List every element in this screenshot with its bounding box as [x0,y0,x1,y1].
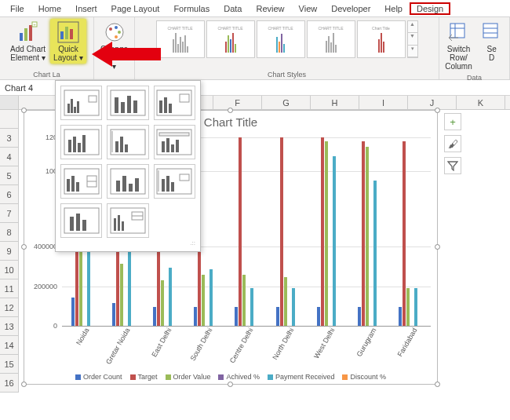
chart-filter-button[interactable] [444,157,461,174]
bar[interactable] [209,269,213,326]
bar[interactable] [250,288,253,326]
layout-option-8[interactable] [107,164,148,199]
layout-option-11[interactable] [107,203,148,238]
bar[interactable] [284,277,287,326]
col-header[interactable]: J [408,96,457,109]
layout-option-2[interactable] [107,86,148,120]
bar[interactable] [71,298,75,326]
legend-item[interactable]: Achived % [218,373,260,381]
tab-home[interactable]: Home [31,2,68,15]
row-header[interactable]: 15 [0,355,19,374]
col-header[interactable]: G [262,96,311,109]
bar[interactable] [112,303,115,326]
tab-page-layout[interactable]: Page Layout [104,2,167,15]
row-header[interactable]: 8 [0,223,19,242]
bar[interactable] [169,268,172,326]
dropdown-resize-grip[interactable]: .:: [60,238,195,247]
col-header[interactable]: I [359,96,408,109]
bar[interactable] [414,288,417,326]
bar[interactable] [202,275,205,326]
styles-scroll[interactable]: ▲▼▾ [407,20,418,58]
resize-handle[interactable] [21,382,27,387]
row-header[interactable]: 6 [0,185,19,204]
row-header[interactable]: 10 [0,261,19,279]
layout-option-10[interactable] [60,203,102,238]
tab-developer[interactable]: Developer [324,2,377,15]
select-all-corner[interactable] [0,96,19,109]
col-header[interactable]: K [457,96,505,109]
row-header[interactable]: 7 [0,204,19,223]
switch-row-column-button[interactable]: Switch Row/ Column [442,19,475,72]
row-header[interactable]: 5 [0,166,19,185]
bar[interactable] [399,307,402,326]
chart-style-2[interactable]: CHART TITLE [206,20,255,58]
bar[interactable] [325,141,328,326]
bar[interactable] [362,141,365,326]
tab-help[interactable]: Help [377,2,410,15]
bar[interactable] [161,280,164,326]
chart-legend[interactable]: Order CountTargetOrder ValueAchived %Pay… [24,373,437,381]
bar[interactable] [358,307,361,326]
chart-plus-button[interactable]: + [444,113,461,130]
add-chart-element-button[interactable]: + Add Chart Element ▾ [7,19,49,64]
layout-option-4[interactable] [60,125,102,159]
tab-view[interactable]: View [292,2,325,15]
layout-option-5[interactable] [107,125,148,159]
chart-style-3[interactable]: CHART TITLE [257,20,305,58]
row-header[interactable]: 12 [0,298,19,317]
resize-handle[interactable] [228,108,233,113]
legend-item[interactable]: Discount % [342,373,386,381]
resize-handle[interactable] [435,382,440,387]
layout-option-3[interactable] [154,86,195,120]
row-header[interactable]: 11 [0,279,19,298]
row-header[interactable] [0,110,19,129]
bar[interactable] [239,137,242,326]
bar[interactable] [276,307,279,326]
bar[interactable] [194,307,197,326]
resize-handle[interactable] [435,244,440,250]
col-header[interactable]: H [311,96,359,109]
legend-item[interactable]: Target [130,373,158,381]
bar[interactable] [292,288,295,326]
tab-insert[interactable]: Insert [68,2,104,15]
col-header[interactable]: F [213,96,262,109]
row-header[interactable]: 16 [0,374,19,393]
row-header[interactable]: 4 [0,148,19,166]
layout-option-9[interactable] [154,164,195,199]
tab-data[interactable]: Data [217,2,249,15]
layout-option-7[interactable] [60,164,102,199]
row-header[interactable]: 14 [0,336,19,355]
bar[interactable] [366,147,369,326]
row-header[interactable]: 3 [0,129,19,148]
change-colors-button[interactable]: Change Colors ▾ [97,19,131,72]
legend-item[interactable]: Order Count [75,373,122,381]
bar[interactable] [235,307,238,326]
tab-formulas[interactable]: Formulas [166,2,217,15]
chart-style-1[interactable]: CHART TITLE [156,20,205,58]
quick-layout-button[interactable]: Quick Layout ▾ [50,19,86,64]
chart-style-4[interactable]: CHART TITLE [307,20,355,58]
tab-file[interactable]: File [3,2,31,15]
name-box[interactable]: Chart 4 [0,82,61,94]
legend-item[interactable]: Payment Received [268,373,335,381]
bar[interactable] [317,307,320,326]
row-header[interactable]: 13 [0,317,19,336]
bar[interactable] [406,288,410,326]
tab-review[interactable]: Review [249,2,291,15]
row-header[interactable]: 9 [0,242,19,261]
resize-handle[interactable] [435,108,440,113]
bar[interactable] [242,275,246,326]
bar[interactable] [333,156,336,326]
tab-design[interactable]: Design [410,2,450,15]
bar[interactable] [120,264,123,326]
bar[interactable] [373,181,377,326]
chart-style-5[interactable]: Chart Title [357,20,406,58]
legend-item[interactable]: Order Value [166,373,211,381]
bar[interactable] [280,137,283,326]
chart-styles-gallery[interactable]: CHART TITLE CHART TITLE CHART TITLE CHAR… [155,19,420,60]
bar[interactable] [153,307,156,326]
resize-handle[interactable] [21,108,27,113]
chart-brush-button[interactable]: 🖌 [444,135,461,152]
select-data-button[interactable]: Se D [477,19,507,72]
layout-option-6[interactable] [154,125,195,159]
